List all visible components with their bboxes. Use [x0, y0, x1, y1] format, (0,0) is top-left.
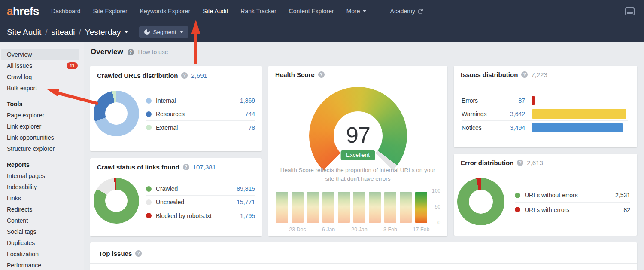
sidebar-item-link-opportunities[interactable]: Link opportunities [0, 132, 84, 143]
warnings-bar[interactable] [532, 109, 626, 119]
nav-item-dashboard[interactable]: Dashboard [51, 8, 81, 15]
ahrefs-logo[interactable]: ahrefs [7, 5, 39, 18]
help-icon[interactable]: ? [135, 250, 142, 257]
help-icon[interactable]: ? [521, 71, 528, 78]
sidebar-item-overview[interactable]: Overview [1, 49, 79, 60]
trend-bar[interactable] [276, 192, 288, 223]
sidebar-item-label: Structure explorer [7, 145, 55, 152]
sidebar-item-page-explorer[interactable]: Page explorer [0, 110, 84, 121]
nav-item-more[interactable]: More [346, 8, 366, 15]
issue-value[interactable]: 87 [503, 97, 525, 104]
issue-bar-track [525, 109, 628, 119]
breadcrumb-site-audit[interactable]: Site Audit [7, 28, 41, 37]
crawled-urls-total[interactable]: 2,691 [191, 72, 207, 79]
nav-item-content-explorer[interactable]: Content Explorer [289, 8, 334, 15]
sidebar-item-internal-pages[interactable]: Internal pages [0, 170, 84, 181]
sidebar-item-links[interactable]: Links [0, 193, 84, 204]
nav-item-rank-tracker[interactable]: Rank Tracker [240, 8, 276, 15]
legend-row-with-errors: URLs with errors 82 [515, 202, 630, 217]
legend-value[interactable]: 744 [245, 110, 255, 117]
trend-bar[interactable] [415, 192, 427, 223]
crawl-status-total[interactable]: 107,381 [193, 163, 216, 171]
top-header: ahrefs Dashboard Site Explorer Keywords … [0, 0, 644, 42]
crawled-urls-donut-chart[interactable] [94, 91, 139, 136]
trend-bar[interactable] [338, 192, 350, 223]
page-header: Overview ? How to use [91, 48, 168, 56]
y-tick-100: 100 [432, 188, 440, 194]
errors-bar[interactable] [532, 96, 535, 105]
sidebar-item-all-issues[interactable]: All issues11 [0, 60, 84, 71]
nav-item-keywords-explorer[interactable]: Keywords Explorer [140, 8, 191, 15]
sidebar-item-localization[interactable]: Localization [0, 249, 84, 260]
issue-value[interactable]: 3,642 [503, 110, 525, 117]
health-score-badge: Excellent [340, 150, 375, 160]
help-icon[interactable]: ? [181, 72, 188, 79]
sidebar-item-link-explorer[interactable]: Link explorer [0, 121, 84, 132]
chevron-down-icon [180, 31, 183, 33]
error-dist-legend: URLs without errors 2,531 URLs with erro… [515, 188, 630, 217]
help-icon[interactable]: ? [128, 49, 134, 55]
gridline-100 [276, 191, 431, 191]
issue-label: Errors [462, 97, 503, 104]
sidebar-item-crawl-log[interactable]: Crawl log [0, 71, 84, 83]
nav-item-site-explorer[interactable]: Site Explorer [93, 8, 128, 15]
legend-label: External [156, 124, 248, 131]
error-dist-donut-chart[interactable] [457, 178, 504, 225]
issue-bar-track [525, 123, 628, 132]
legend-value[interactable]: 89,815 [237, 185, 255, 192]
trend-bar[interactable] [353, 192, 365, 223]
sidebar-item-indexability[interactable]: Indexability [0, 181, 84, 193]
card-top-issues: Top issues ? [90, 242, 637, 270]
sidebar-item-performance[interactable]: Performance [0, 260, 84, 270]
sidebar-item-label: Localization [7, 251, 39, 258]
trend-bar[interactable] [307, 192, 319, 223]
issue-value[interactable]: 3,494 [503, 124, 525, 131]
legend-label: URLs without errors [525, 192, 615, 199]
chevron-down-icon [125, 31, 128, 33]
breadcrumb-date-dropdown[interactable]: Yesterday [85, 28, 121, 37]
x-tick-23-dec: 23 Dec [289, 227, 306, 233]
x-tick-6-jan: 6 Jan [322, 227, 335, 233]
help-icon[interactable]: ? [183, 164, 189, 170]
trend-bar[interactable] [369, 192, 381, 223]
nav-item-site-audit[interactable]: Site Audit [203, 8, 228, 15]
sidebar-item-label: Internal pages [7, 172, 45, 179]
legend-label: Internal [156, 97, 240, 104]
sidebar-header-tools: Tools [0, 98, 84, 110]
sidebar-item-duplicates[interactable]: Duplicates [0, 237, 84, 249]
nav-item-academy[interactable]: Academy [390, 8, 423, 15]
breadcrumb-project[interactable]: siteadi [52, 28, 75, 37]
legend-value[interactable]: 78 [248, 124, 255, 131]
help-icon[interactable]: ? [318, 71, 325, 78]
trend-bar[interactable] [322, 192, 334, 223]
card-title: Top issues [99, 250, 132, 257]
sidebar-item-social-tags[interactable]: Social tags [0, 226, 84, 237]
sidebar-item-label: Link explorer [7, 123, 41, 130]
legend-row-crawled: Crawled 89,815 [146, 182, 255, 196]
legend-value: 82 [623, 206, 630, 213]
segment-button[interactable]: Segment [139, 26, 188, 38]
how-to-use-link[interactable]: How to use [138, 49, 168, 55]
sidebar-item-redirects[interactable]: Redirects [0, 204, 84, 215]
window-toggle-icon[interactable] [625, 7, 635, 17]
notices-bar[interactable] [532, 123, 623, 132]
crawl-status-legend: Crawled 89,815 Uncrawled 15,771 Blocked … [146, 182, 255, 222]
sidebar-item-bulk-export[interactable]: Bulk export [0, 83, 84, 94]
legend-value[interactable]: 15,771 [237, 199, 255, 206]
card-issues-distribution: Issues distribution ? 7,223 Errors 87 Wa… [454, 66, 637, 147]
health-trend-chart[interactable]: 100 50 0 23 Dec 6 Jan 20 Jan 3 Feb 17 Fe… [276, 190, 440, 233]
legend-row-external: External 78 [146, 121, 255, 134]
help-icon[interactable]: ? [517, 160, 523, 166]
divider [90, 263, 637, 264]
legend-value[interactable]: 1,869 [240, 97, 255, 104]
trend-bar[interactable] [292, 192, 304, 223]
card-crawl-status: Crawl status of links found ? 107,381 Cr… [90, 158, 262, 236]
crawled-urls-legend: Internal 1,869 Resources 744 External 78 [146, 94, 255, 134]
sidebar-item-structure-explorer[interactable]: Structure explorer [0, 143, 84, 154]
trend-bar[interactable] [384, 192, 396, 223]
legend-value[interactable]: 1,795 [240, 212, 255, 219]
sidebar-item-content[interactable]: Content [0, 215, 84, 226]
gridline-0 [276, 223, 431, 223]
crawl-status-donut-chart[interactable] [94, 178, 139, 224]
trend-bar[interactable] [400, 192, 412, 223]
